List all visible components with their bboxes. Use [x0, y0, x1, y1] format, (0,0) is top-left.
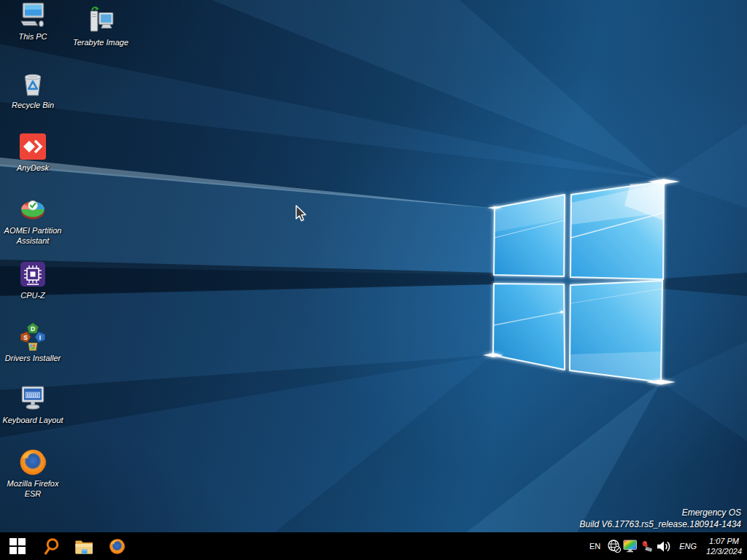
svg-text:D: D	[31, 325, 35, 332]
desktop-icon-recycle-bin[interactable]: Recycle Bin	[0, 69, 66, 111]
firefox-icon	[18, 447, 48, 478]
desktop-icon-label: CPU-Z	[20, 291, 45, 301]
network-globe-offline-icon[interactable]	[605, 532, 622, 560]
wallpaper	[0, 0, 747, 560]
desktop-icon-aomei-partition-assistant[interactable]: AOMEI Partition Assistant	[0, 194, 66, 246]
windows-start-icon	[9, 538, 26, 554]
desktop-icon-label: AnyDesk	[17, 163, 49, 174]
desktop-icon-drivers-installer[interactable]: D S I Drivers Installer	[0, 322, 66, 364]
desktop-icon-label: Terabyte Image	[73, 38, 128, 48]
desktop-icon-label: Recycle Bin	[12, 101, 54, 111]
desktop-icon-label: Mozilla Firefox ESR	[1, 479, 65, 499]
recycle-bin-icon	[18, 69, 48, 99]
clock[interactable]: 1:07 PM 12/3/2024	[703, 536, 747, 557]
file-explorer-icon	[74, 538, 94, 555]
desktop-icon-mozilla-firefox-esr[interactable]: Mozilla Firefox ESR	[0, 447, 66, 499]
display-color-icon[interactable]	[622, 532, 639, 560]
taskbar-firefox-button[interactable]	[101, 532, 133, 560]
aomei-partition-assistant-icon	[18, 194, 48, 225]
svg-text:I: I	[39, 334, 41, 341]
taskbar: EN	[0, 532, 747, 560]
desktop-icon-label: Keyboard Layout	[2, 416, 63, 426]
desktop-icon-keyboard-layout[interactable]: Keyboard Layout	[0, 384, 66, 426]
desktop-icon-label: Drivers Installer	[5, 354, 61, 364]
search-icon	[42, 537, 61, 556]
anydesk-icon	[18, 131, 48, 162]
volume-icon[interactable]	[656, 532, 673, 560]
clock-date: 12/3/2024	[706, 546, 742, 556]
clock-time: 1:07 PM	[706, 536, 742, 546]
drivers-installer-icon: D S I	[18, 322, 48, 352]
desktop-icon-label: AOMEI Partition Assistant	[1, 226, 65, 246]
os-watermark: Emergency OS Build V6.17763.rs5_release.…	[579, 507, 741, 530]
desktop-icon-label: This PC	[18, 32, 47, 42]
taskbar-search-button[interactable]	[35, 532, 68, 560]
terabyte-image-icon	[85, 6, 116, 36]
cpu-z-icon	[18, 259, 48, 289]
firefox-icon	[108, 537, 126, 556]
desktop-icon-cpu-z[interactable]: CPU-Z	[0, 259, 66, 301]
keyboard-layout-icon	[18, 384, 48, 414]
hardware-device-icon[interactable]	[639, 532, 656, 560]
language-code[interactable]: ENG	[673, 542, 703, 551]
start-button[interactable]	[0, 532, 35, 560]
svg-text:S: S	[23, 334, 28, 341]
windows-logo	[474, 168, 693, 408]
system-tray: EN	[584, 532, 747, 560]
os-watermark-line2: Build V6.17763.rs5_release.180914-1434	[579, 518, 741, 530]
desktop-icon-terabyte-image[interactable]: Terabyte Image	[68, 6, 133, 48]
this-pc-icon	[18, 0, 48, 31]
windows-desktop: This PC Terabyte Image	[0, 0, 747, 560]
language-badge[interactable]: EN	[584, 542, 605, 551]
os-watermark-line1: Emergency OS	[579, 507, 741, 518]
desktop-icon-anydesk[interactable]: AnyDesk	[0, 131, 66, 174]
desktop-icon-this-pc[interactable]: This PC	[0, 0, 66, 42]
taskbar-file-explorer-button[interactable]	[68, 532, 101, 560]
